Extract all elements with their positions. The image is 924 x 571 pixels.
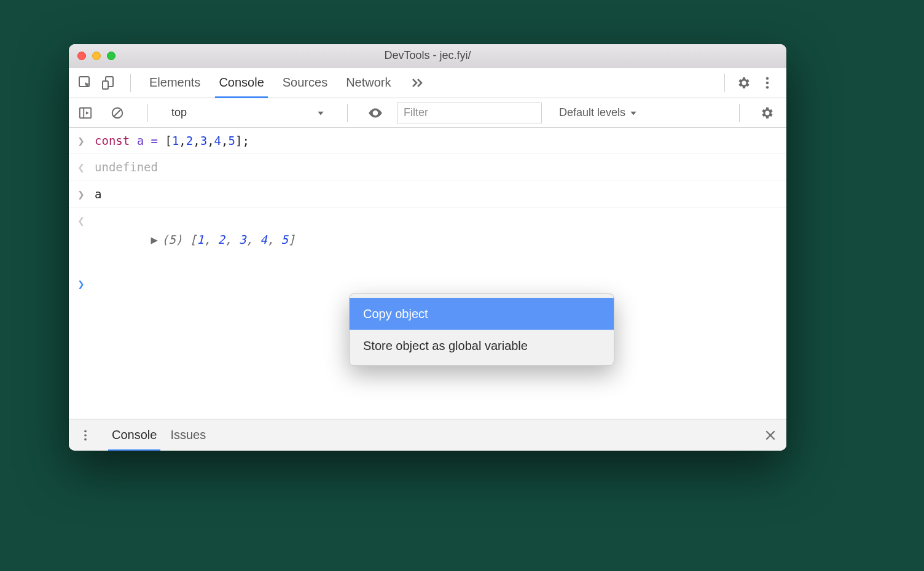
settings-button[interactable] [734,72,754,93]
more-tabs-button[interactable] [410,68,425,98]
console-output: ❯ const a = [1,2,3,4,5]; ❮ undefined ❯ a… [69,128,786,419]
close-window-button[interactable] [77,52,86,60]
divider [739,104,740,122]
live-expression-button[interactable] [365,103,386,123]
context-menu: Copy object Store object as global varia… [349,293,614,366]
gear-icon [760,106,775,120]
svg-rect-2 [103,81,108,89]
devtools-window: DevTools - jec.fyi/ Elements Console Sou… [69,44,786,451]
clear-console-button[interactable] [107,103,128,123]
console-result-row[interactable]: ❮ ▶(5) [1, 2, 3, 4, 5] [69,208,786,271]
kebab-icon [79,429,92,441]
window-title: DevTools - jec.fyi/ [69,49,786,62]
triangle-right-icon[interactable]: ▶ [151,233,158,246]
divider [147,104,148,122]
tab-label: Issues [170,428,206,442]
chevron-double-right-icon [410,76,425,90]
drawer-tab-console[interactable]: Console [112,419,157,451]
sidebar-icon [79,106,92,120]
toggle-sidebar-button[interactable] [75,103,96,123]
drawer-tab-bar: Console Issues [69,419,786,451]
ban-icon [111,106,124,120]
close-drawer-button[interactable] [761,425,780,445]
main-menu-button[interactable] [757,72,778,93]
drawer-menu-button[interactable] [75,425,96,446]
tab-elements[interactable]: Elements [149,68,200,98]
svg-point-5 [766,86,769,88]
prompt-input[interactable] [95,274,101,293]
triangle-down-icon [316,109,325,117]
eye-icon [367,105,383,121]
svg-point-10 [84,430,87,432]
result-icon: ❮ [76,158,86,176]
log-levels-select[interactable]: Default levels [559,106,638,119]
svg-point-12 [84,438,87,440]
svg-line-9 [114,109,121,116]
tab-console[interactable]: Console [219,68,264,98]
tab-label: Sources [283,76,327,90]
context-label: top [171,106,187,119]
divider [724,74,725,92]
svg-point-3 [766,77,769,79]
kebab-icon [761,76,774,90]
tab-network[interactable]: Network [346,68,391,98]
zoom-window-button[interactable] [107,52,116,60]
menu-item-copy-object[interactable]: Copy object [350,298,614,330]
result-icon: ❮ [76,211,86,230]
divider [347,104,348,122]
drawer-tab-issues[interactable]: Issues [170,419,206,451]
console-input-row[interactable]: ❯ const a = [1,2,3,4,5]; [69,128,786,154]
console-result-row: ❮ undefined [69,154,786,181]
console-settings-button[interactable] [757,103,778,123]
divider [130,74,131,92]
levels-label: Default levels [559,106,625,119]
minimize-window-button[interactable] [92,52,101,60]
code-line: a [95,185,101,203]
svg-rect-6 [80,107,91,118]
tab-label: Console [219,76,264,90]
console-input-row[interactable]: ❯ a [69,181,786,208]
device-toolbar-icon[interactable] [98,72,119,93]
result-value: undefined [95,158,158,176]
menu-item-label: Copy object [363,307,428,320]
code-line: const a = [1,2,3,4,5]; [95,131,249,150]
inspect-element-icon[interactable] [75,72,96,93]
main-tab-bar: Elements Console Sources Network [69,68,786,98]
tab-sources[interactable]: Sources [283,68,327,98]
close-icon [764,429,777,441]
svg-point-11 [84,434,87,437]
triangle-down-icon [629,109,638,117]
expandable-object[interactable]: ▶(5) [1, 2, 3, 4, 5] [95,211,295,267]
tab-label: Elements [149,76,200,90]
svg-point-4 [766,81,769,84]
prompt-icon: ❯ [76,274,86,293]
gear-icon [737,76,751,90]
tab-label: Network [346,76,391,90]
panel-tabs: Elements Console Sources Network [149,68,425,98]
menu-item-store-global[interactable]: Store object as global variable [350,330,614,362]
execution-context-select[interactable]: top [165,103,330,123]
tab-label: Console [112,428,157,442]
filter-input[interactable] [397,103,542,123]
window-controls [77,52,116,60]
titlebar: DevTools - jec.fyi/ [69,44,786,68]
menu-item-label: Store object as global variable [363,339,528,352]
console-toolbar: top Default levels [69,98,786,128]
prompt-icon: ❯ [76,131,86,150]
prompt-icon: ❯ [76,185,86,203]
